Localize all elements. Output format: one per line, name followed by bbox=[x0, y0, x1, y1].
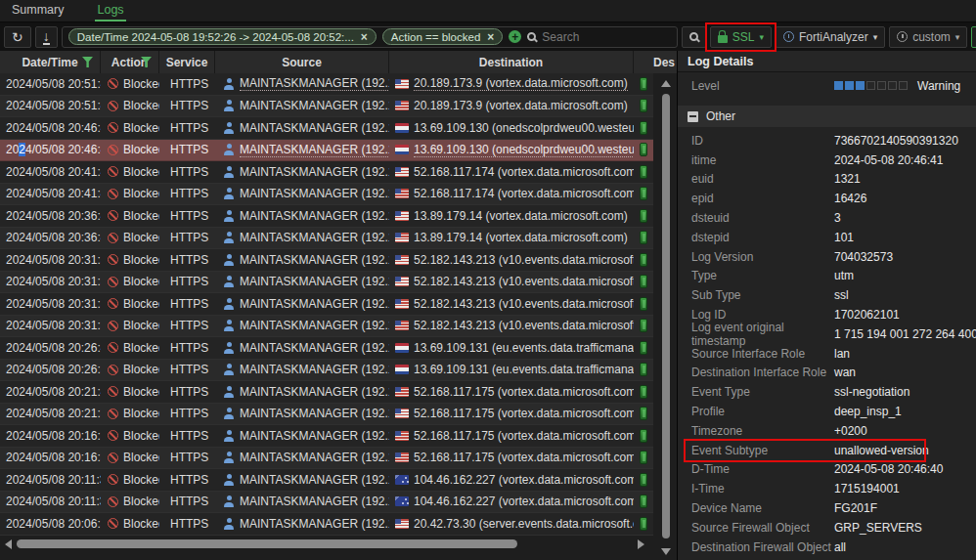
country-flag-icon-nl bbox=[395, 145, 409, 154]
country-flag-icon-nl bbox=[395, 343, 409, 353]
horizontal-scrollbar[interactable] bbox=[0, 538, 653, 551]
column-header-icon[interactable] bbox=[634, 51, 653, 73]
add-filter-icon[interactable]: + bbox=[509, 30, 521, 43]
country-flag-icon-au bbox=[395, 496, 409, 506]
log-detail-field: dsteuid3 bbox=[686, 208, 976, 228]
table-row[interactable]: 2024/05/08 20:51:41BlockedHTTPSMAINTASKM… bbox=[0, 96, 653, 118]
table-row[interactable]: 2024/05/08 20:06:38BlockedHTTPSMAINTASKM… bbox=[0, 513, 653, 536]
table-row[interactable]: 2024/05/08 20:51:41BlockedHTTPSMAINTASKM… bbox=[0, 73, 653, 96]
column-header-date-time[interactable]: Date/Time bbox=[0, 51, 101, 73]
column-header-source[interactable]: Source bbox=[215, 51, 389, 73]
cell-source: MAINTASKMANAGER (192.168... bbox=[215, 360, 389, 381]
horizontal-scrollbar-thumb[interactable] bbox=[17, 539, 517, 548]
source-text: MAINTASKMANAGER (192.168... bbox=[240, 363, 389, 376]
section-other[interactable]: Other bbox=[678, 106, 976, 127]
certificate-icon bbox=[640, 99, 647, 112]
user-icon bbox=[223, 364, 235, 375]
table-row[interactable]: 2024/05/08 20:21:39BlockedHTTPSMAINTASKM… bbox=[0, 404, 653, 426]
destination-text: 52.168.117.175 (vortex.data.microsoft.co… bbox=[414, 429, 634, 443]
cell-destination: 104.46.162.227 (vortex.data.microsoft.co… bbox=[389, 469, 634, 491]
column-header-des[interactable]: Des bbox=[653, 51, 677, 73]
table-row[interactable]: 2024/05/08 20:41:41BlockedHTTPSMAINTASKM… bbox=[0, 184, 653, 206]
table-row[interactable]: 2024/05/08 20:21:40BlockedHTTPSMAINTASKM… bbox=[0, 381, 653, 404]
user-icon bbox=[223, 232, 235, 243]
table-row[interactable]: 2024/05/08 20:31:39BlockedHTTPSMAINTASKM… bbox=[0, 316, 653, 338]
field-label: itime bbox=[691, 153, 834, 167]
cell-service: HTTPS bbox=[159, 272, 215, 293]
table-row[interactable]: 2024/05/08 20:31:39BlockedHTTPSMAINTASKM… bbox=[0, 249, 653, 272]
user-icon bbox=[223, 474, 235, 486]
search-input[interactable]: Search bbox=[542, 30, 579, 44]
scroll-right-arrow-icon[interactable] bbox=[638, 539, 644, 549]
table-row[interactable]: 2024/05/08 20:36:40BlockedHTTPSMAINTASKM… bbox=[0, 228, 653, 250]
table-body: 2024/05/08 20:51:41BlockedHTTPSMAINTASKM… bbox=[0, 73, 653, 536]
cell-destination: 52.182.143.213 (v10.events.data.microsof… bbox=[389, 316, 634, 337]
column-header-service[interactable]: Service bbox=[159, 51, 215, 73]
table-row[interactable]: 2024/05/08 20:11:39BlockedHTTPSMAINTASKM… bbox=[0, 469, 653, 492]
device-icon bbox=[783, 31, 794, 42]
table-row[interactable]: 2024/05/08 20:11:39BlockedHTTPSMAINTASKM… bbox=[0, 492, 653, 514]
table-row[interactable]: 2024/05/08 20:36:41BlockedHTTPSMAINTASKM… bbox=[0, 205, 653, 228]
search-button[interactable] bbox=[682, 26, 706, 48]
scroll-up-arrow-icon[interactable] bbox=[661, 80, 671, 87]
filter-pill-datetime[interactable]: Date/Time 2024-05-08 19:52:26 -> 2024-05… bbox=[68, 28, 377, 45]
blocked-icon bbox=[108, 189, 118, 199]
filter-bar[interactable]: Date/Time 2024-05-08 19:52:26 -> 2024-05… bbox=[62, 26, 678, 48]
field-label: I-Time bbox=[691, 482, 834, 495]
table-row[interactable]: 2024/05/08 20:16:39BlockedHTTPSMAINTASKM… bbox=[0, 448, 653, 470]
source-text: MAINTASKMANAGER (192.168... bbox=[240, 121, 389, 135]
tab-logs[interactable]: Logs bbox=[95, 0, 125, 22]
scroll-left-arrow-icon[interactable] bbox=[5, 539, 12, 549]
filter-funnel-icon[interactable] bbox=[82, 57, 93, 67]
scroll-down-arrow-icon[interactable] bbox=[661, 548, 671, 555]
field-label: Source Interface Role bbox=[691, 347, 834, 361]
tab-summary[interactable]: Summary bbox=[10, 0, 66, 22]
cell-destination: 52.168.117.174 (vortex.data.microsoft.co… bbox=[389, 161, 634, 183]
cell-datetime: 2024/05/08 20:26:39 bbox=[0, 360, 101, 381]
refresh-button[interactable]: ↻ bbox=[4, 26, 31, 48]
country-flag-icon-us bbox=[395, 431, 409, 441]
table-row[interactable]: 2024/05/08 20:41:41BlockedHTTPSMAINTASKM… bbox=[0, 161, 653, 184]
download-button[interactable]: ↓ bbox=[35, 26, 58, 48]
table-row[interactable]: 2024/05/08 20:16:39BlockedHTTPSMAINTASKM… bbox=[0, 425, 653, 448]
device-dropdown-button[interactable]: FortiAnalyzer ▾ bbox=[776, 26, 885, 48]
vertical-scrollbar[interactable] bbox=[659, 76, 673, 560]
source-text: MAINTASKMANAGER (192.168... bbox=[240, 385, 389, 399]
cell-service: HTTPS bbox=[159, 96, 215, 117]
field-label: Event Type bbox=[691, 385, 834, 399]
cell-certificate bbox=[634, 73, 653, 95]
table-row[interactable]: 2024/05/08 20:26:40BlockedHTTPSMAINTASKM… bbox=[0, 337, 653, 360]
time-range-dropdown-button[interactable]: custom ▾ bbox=[889, 26, 967, 48]
country-flag-icon-us bbox=[395, 387, 409, 397]
column-header-action[interactable]: Action bbox=[101, 51, 159, 73]
remove-filter-icon[interactable]: × bbox=[487, 30, 494, 44]
log-detail-field: Typeutm bbox=[686, 267, 976, 286]
country-flag-icon-us bbox=[395, 519, 409, 529]
destination-text: 13.69.109.130 (onedscolprdweu00.westeuro… bbox=[414, 143, 634, 157]
source-text: MAINTASKMANAGER (192.168... bbox=[240, 165, 389, 179]
source-text: MAINTASKMANAGER (192.168... bbox=[240, 517, 389, 531]
table-row[interactable]: 2024/05/08 20:31:39BlockedHTTPSMAINTASKM… bbox=[0, 293, 653, 316]
column-header-destination[interactable]: Destination bbox=[389, 51, 634, 73]
ssl-dropdown-button[interactable]: SSL ▾ bbox=[710, 26, 772, 48]
log-detail-field: Log event original timestamp1 715 194 00… bbox=[686, 324, 976, 344]
toolbar: ↻ ↓ Date/Time 2024-05-08 19:52:26 -> 202… bbox=[0, 22, 976, 51]
certificate-icon bbox=[640, 407, 647, 420]
details-toggle-button[interactable]: Det bbox=[971, 26, 976, 48]
cell-source: MAINTASKMANAGER (192.168... bbox=[215, 161, 389, 183]
table-row[interactable]: 2024/05/08 20:46:40BlockedHTTPSMAINTASKM… bbox=[0, 117, 653, 140]
field-label: ID bbox=[691, 134, 834, 148]
vertical-scrollbar-thumb[interactable] bbox=[662, 94, 670, 538]
blocked-icon bbox=[108, 452, 118, 463]
field-label: Profile bbox=[691, 405, 834, 418]
collapse-icon[interactable] bbox=[688, 111, 698, 122]
cell-service: HTTPS bbox=[159, 140, 215, 161]
cell-source: MAINTASKMANAGER (192.168... bbox=[215, 293, 389, 315]
table-row[interactable]: 2024/05/08 20:46:40BlockedHTTPSMAINTASKM… bbox=[0, 140, 653, 162]
remove-filter-icon[interactable]: × bbox=[361, 30, 368, 44]
destination-text: 13.69.109.130 (onedscolprdweu00.westeuro… bbox=[414, 121, 634, 135]
table-row[interactable]: 2024/05/08 20:31:39BlockedHTTPSMAINTASKM… bbox=[0, 272, 653, 294]
cell-certificate bbox=[634, 117, 653, 139]
table-row[interactable]: 2024/05/08 20:26:39BlockedHTTPSMAINTASKM… bbox=[0, 360, 653, 382]
filter-pill-action[interactable]: Action == blocked × bbox=[382, 28, 503, 45]
